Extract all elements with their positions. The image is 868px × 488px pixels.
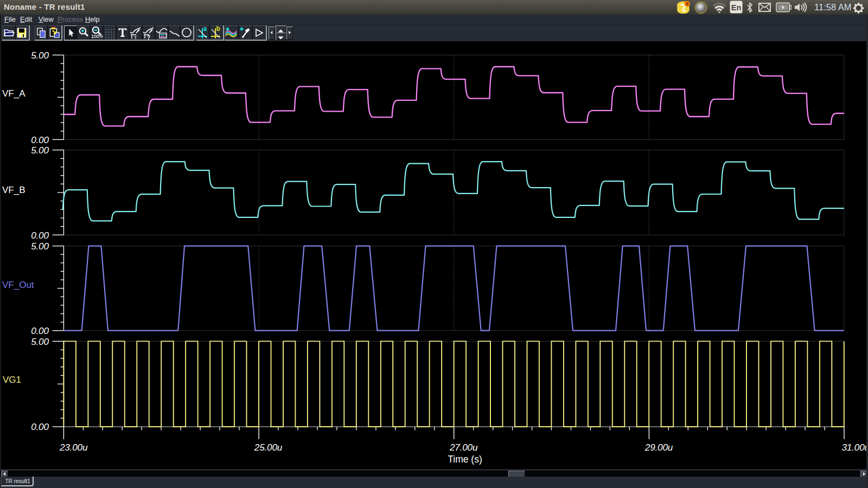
svg-text:4: 4 — [686, 1, 688, 7]
svg-text:5.00: 5.00 — [31, 50, 49, 61]
svg-text:0.00: 0.00 — [31, 325, 49, 336]
svg-text:VF_B: VF_B — [2, 185, 25, 195]
svg-text:5.00: 5.00 — [31, 336, 49, 347]
svg-text:25.00u: 25.00u — [254, 442, 283, 453]
svg-text:T: T — [134, 35, 137, 40]
svg-text:29.00u: 29.00u — [644, 442, 673, 453]
svg-text:0.00: 0.00 — [31, 230, 49, 241]
svg-text:5.00: 5.00 — [31, 241, 49, 252]
svg-text:23.00u: 23.00u — [59, 442, 88, 453]
svg-text:0.00: 0.00 — [31, 421, 49, 432]
svg-text:5.00: 5.00 — [31, 145, 49, 156]
svg-text:VF_A: VF_A — [2, 88, 25, 99]
svg-text:VF_Out: VF_Out — [2, 280, 34, 290]
svg-text:Time (s): Time (s) — [448, 454, 482, 465]
svg-text:a: a — [203, 25, 207, 33]
svg-text:VG1: VG1 — [3, 375, 21, 385]
svg-text:100%: 100% — [91, 34, 103, 39]
svg-text:0.00: 0.00 — [31, 134, 49, 145]
svg-text:27.00u: 27.00u — [449, 442, 478, 453]
svg-text:?: ? — [147, 35, 150, 40]
svg-text:b: b — [216, 25, 220, 33]
svg-text:En: En — [731, 3, 742, 12]
svg-text:31.00u: 31.00u — [842, 442, 868, 453]
